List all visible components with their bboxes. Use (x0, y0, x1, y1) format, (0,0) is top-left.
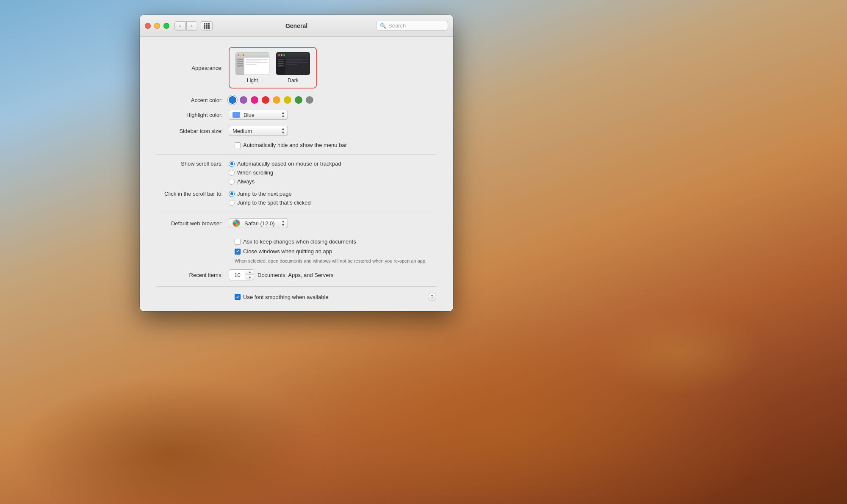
appearance-options: Light (229, 47, 317, 89)
accent-red[interactable] (262, 96, 269, 104)
highlight-color-label: Highlight color: (157, 112, 229, 118)
scroll-bars-label: Show scroll bars: (157, 161, 229, 167)
font-smoothing-checkbox[interactable] (235, 294, 241, 300)
minimize-button[interactable] (154, 23, 160, 29)
traffic-lights (145, 23, 169, 29)
click-spot-label: Jump to the spot that's clicked (237, 199, 311, 206)
menu-bar-checkbox[interactable] (235, 142, 241, 148)
sidebar-icon-size-row: Sidebar icon size: Medium ▲ ▼ (157, 126, 436, 136)
accent-color-row: Accent color: (157, 96, 436, 104)
stepper-buttons: ▲ ▼ (246, 270, 254, 280)
font-smoothing-label: Use font smoothing when available (243, 294, 329, 300)
search-icon: 🔍 (380, 23, 386, 29)
recent-items-value: 10 (229, 271, 246, 279)
click-spot-radio[interactable] (229, 200, 235, 206)
highlight-color-dropdown[interactable]: Blue ▲ ▼ (229, 110, 288, 120)
accent-yellow[interactable] (284, 96, 291, 104)
ask-keep-changes-label: Ask to keep changes when closing documen… (243, 238, 356, 245)
click-scroll-bar-label: Click in the scroll bar to: (157, 191, 229, 197)
light-label: Light (247, 78, 258, 83)
scroll-bars-scrolling-radio[interactable] (229, 170, 235, 176)
scroll-bars-options: Automatically based on mouse or trackpad… (229, 161, 341, 185)
scroll-bars-auto-label: Automatically based on mouse or trackpad (237, 161, 341, 167)
recent-items-row: Recent items: 10 ▲ ▼ Documents, Apps, an… (157, 269, 436, 280)
click-spot-option[interactable]: Jump to the spot that's clicked (229, 199, 311, 206)
click-next-page-label: Jump to the next page (237, 191, 292, 197)
accent-green[interactable] (295, 96, 302, 104)
nav-buttons: ‹ › (174, 21, 197, 30)
grid-icon (204, 23, 210, 29)
scroll-bars-always-option[interactable]: Always (229, 178, 341, 185)
default-browser-dropdown[interactable]: Safari (12.0) ▲ ▼ (229, 218, 288, 228)
search-input[interactable]: Search (388, 22, 444, 29)
default-browser-value: Safari (12.0) (244, 220, 280, 227)
titlebar: ‹ › General 🔍 Search (140, 15, 453, 37)
scroll-bars-scrolling-label: When scrolling (237, 169, 273, 176)
accent-color-label: Accent color: (157, 97, 229, 103)
highlight-swatch (233, 112, 240, 118)
appearance-row: Appearance: (157, 47, 436, 89)
scroll-bars-auto-radio[interactable] (229, 161, 235, 167)
dropdown-arrows-3: ▲ ▼ (281, 219, 285, 227)
close-windows-subtext: When selected, open documents and window… (235, 258, 436, 264)
accent-graphite[interactable] (306, 96, 313, 104)
scroll-bars-row: Show scroll bars: Automatically based on… (157, 161, 436, 185)
show-all-button[interactable] (201, 21, 213, 30)
accent-blue[interactable] (229, 96, 236, 104)
search-box[interactable]: 🔍 Search (376, 21, 448, 30)
appearance-dark-option[interactable]: Dark (276, 52, 310, 83)
click-next-page-radio[interactable] (229, 191, 235, 197)
default-browser-row: Default web browser: Safari (12.0) ▲ ▼ (157, 218, 436, 228)
close-windows-checkbox[interactable] (235, 249, 241, 255)
stepper-up[interactable]: ▲ (246, 270, 254, 275)
menu-bar-row: Automatically hide and show the menu bar (235, 142, 436, 148)
help-button[interactable]: ? (428, 293, 436, 301)
divider-3 (157, 286, 436, 287)
appearance-label: Appearance: (157, 65, 229, 71)
dark-label: Dark (288, 78, 298, 83)
click-scroll-bar-row: Click in the scroll bar to: Jump to the … (157, 191, 436, 206)
ask-keep-changes-checkbox[interactable] (235, 239, 241, 245)
highlight-color-value: Blue (244, 112, 280, 118)
accent-purple[interactable] (240, 96, 247, 104)
click-scroll-bar-options: Jump to the next page Jump to the spot t… (229, 191, 311, 206)
divider-2 (157, 212, 436, 212)
safari-icon (233, 219, 240, 227)
dropdown-arrows-2: ▲ ▼ (281, 127, 285, 135)
zoom-button[interactable] (163, 23, 169, 29)
light-thumbnail (235, 52, 269, 75)
sidebar-icon-size-label: Sidebar icon size: (157, 128, 229, 134)
close-windows-label: Close windows when quitting an app (243, 248, 332, 255)
accent-orange[interactable] (273, 96, 280, 104)
forward-button[interactable]: › (186, 21, 197, 30)
appearance-light-option[interactable]: Light (235, 52, 269, 83)
system-preferences-window: ‹ › General 🔍 Search Appearance: (140, 15, 453, 311)
ask-keep-changes-row: Ask to keep changes when closing documen… (235, 238, 436, 245)
recent-items-label: Recent items: (157, 272, 229, 278)
content-area: Appearance: (140, 37, 453, 311)
scroll-bars-always-label: Always (237, 178, 255, 185)
recent-items-suffix: Documents, Apps, and Servers (257, 272, 333, 278)
sidebar-icon-size-dropdown[interactable]: Medium ▲ ▼ (229, 126, 288, 136)
back-button[interactable]: ‹ (174, 21, 185, 30)
click-next-page-option[interactable]: Jump to the next page (229, 191, 311, 197)
dark-thumbnail (276, 52, 310, 75)
stepper-down[interactable]: ▼ (246, 275, 254, 280)
scroll-bars-scrolling-option[interactable]: When scrolling (229, 169, 341, 176)
accent-pink[interactable] (251, 96, 258, 104)
default-browser-label: Default web browser: (157, 220, 229, 227)
scroll-bars-auto-option[interactable]: Automatically based on mouse or trackpad (229, 161, 341, 167)
scroll-bars-always-radio[interactable] (229, 179, 235, 185)
divider-1 (157, 154, 436, 155)
recent-items-stepper[interactable]: 10 ▲ ▼ (229, 269, 254, 280)
sidebar-icon-size-value: Medium (233, 128, 280, 134)
font-smoothing-row: Use font smoothing when available ? (157, 293, 436, 301)
window-title: General (285, 22, 307, 29)
close-windows-row: Close windows when quitting an app (235, 248, 436, 255)
close-button[interactable] (145, 23, 151, 29)
dropdown-arrows: ▲ ▼ (281, 111, 285, 119)
highlight-color-row: Highlight color: Blue ▲ ▼ (157, 110, 436, 120)
menu-bar-label: Automatically hide and show the menu bar (243, 142, 347, 148)
accent-color-options (229, 96, 313, 104)
